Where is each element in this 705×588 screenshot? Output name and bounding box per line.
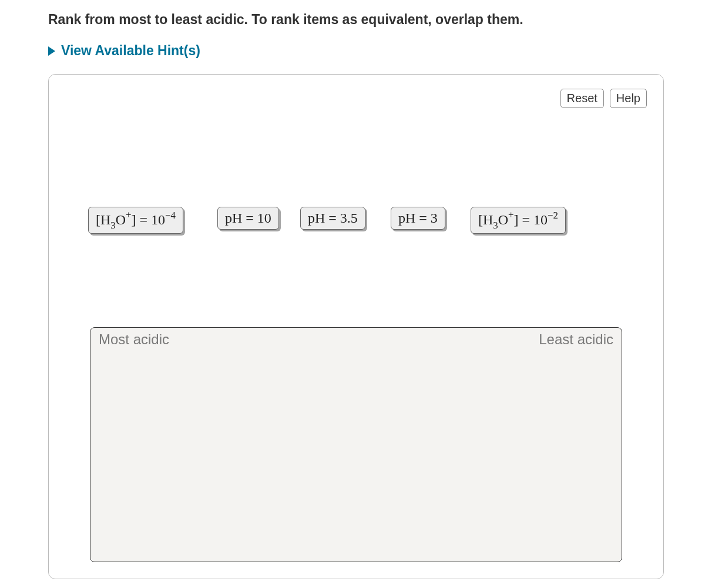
ranking-stage: [H3O+] = 10−4 pH = 10 pH = 3.5 pH = 3 [H…: [49, 75, 663, 579]
ranking-dropzone[interactable]: Most acidic Least acidic: [90, 327, 622, 562]
chip-text: [H3O+] = 10−4: [96, 212, 176, 227]
chip-h3o-10e-4[interactable]: [H3O+] = 10−4: [88, 207, 183, 234]
chip-h3o-10e-2[interactable]: [H3O+] = 10−2: [471, 207, 566, 234]
ranking-panel: Reset Help [H3O+] = 10−4 pH = 10 pH = 3.…: [48, 74, 664, 579]
chip-ph-10[interactable]: pH = 10: [217, 207, 279, 230]
chip-text: pH = 10: [225, 210, 271, 226]
chip-text: pH = 3: [398, 210, 438, 226]
chip-text: pH = 3.5: [308, 210, 358, 226]
dropzone-label-most: Most acidic: [99, 331, 169, 348]
play-right-icon: [48, 46, 55, 56]
view-hints-toggle[interactable]: View Available Hint(s): [48, 43, 664, 59]
question-prompt: Rank from most to least acidic. To rank …: [48, 12, 664, 28]
chip-ph-3[interactable]: pH = 3: [391, 207, 445, 230]
chip-ph-3_5[interactable]: pH = 3.5: [300, 207, 365, 230]
dropzone-label-least: Least acidic: [539, 331, 613, 348]
view-hints-label: View Available Hint(s): [61, 43, 200, 59]
chip-text: [H3O+] = 10−2: [478, 212, 558, 227]
